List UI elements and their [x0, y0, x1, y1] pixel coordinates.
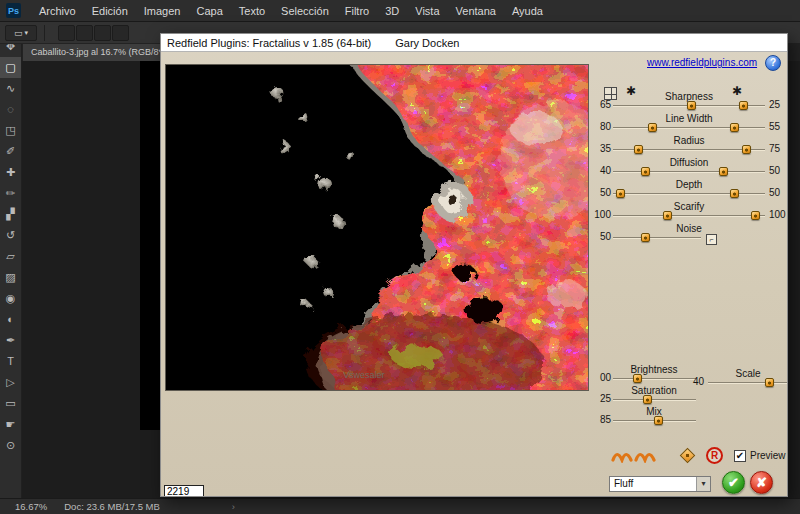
wave-style-button-1[interactable] — [611, 448, 633, 463]
ok-button[interactable]: ✔ — [722, 471, 745, 494]
tool-shape[interactable]: ▭ — [0, 393, 21, 414]
tool-crop[interactable]: ◳ — [0, 120, 21, 141]
preview-checkbox[interactable]: ✔ — [734, 450, 746, 462]
slider-thumb[interactable] — [641, 167, 650, 176]
slider-thumb[interactable] — [633, 374, 642, 383]
selection-mode-intersect-button[interactable] — [112, 25, 129, 41]
menu-ventana[interactable]: Ventana — [448, 0, 504, 22]
tool-eyedropper[interactable]: ✐ — [0, 141, 21, 162]
preset-dropdown[interactable]: Fluff ▾ — [609, 476, 711, 492]
selection-mode-subtract-button[interactable] — [94, 25, 111, 41]
chevron-down-icon: ▾ — [25, 29, 29, 37]
chevron-down-icon: ▾ — [696, 477, 710, 491]
tool-eraser[interactable]: ▱ — [0, 246, 21, 267]
eye-feature — [433, 181, 473, 221]
redfield-link[interactable]: www.redfieldplugins.com — [647, 57, 757, 68]
slider-track[interactable] — [613, 237, 701, 239]
slider-left-value: 40 — [587, 165, 611, 176]
slider-track[interactable] — [613, 193, 765, 195]
slider-track[interactable] — [613, 420, 696, 422]
slider-thumb[interactable] — [634, 145, 643, 154]
slider-thumb[interactable] — [687, 101, 696, 110]
slider-thumb[interactable] — [643, 395, 652, 404]
preview-checkbox-label: Preview — [750, 450, 786, 461]
diamond-style-button[interactable] — [680, 448, 696, 464]
slider-track[interactable] — [613, 215, 765, 217]
zoom-level[interactable]: 16.67% — [15, 501, 47, 512]
divider — [44, 25, 45, 41]
wave-style-button-2[interactable] — [634, 448, 656, 463]
menu-filtro[interactable]: Filtro — [337, 0, 377, 22]
slider-left-value: 65 — [587, 99, 611, 110]
slider-thumb[interactable] — [739, 101, 748, 110]
menu-capa[interactable]: Capa — [188, 0, 230, 22]
redfield-logo-icon[interactable]: R — [706, 447, 723, 464]
tool-history-brush[interactable]: ↺ — [0, 225, 21, 246]
tool-quick-selection[interactable]: ◌ — [0, 99, 21, 120]
slider-left-value: 35 — [587, 143, 611, 154]
slider-thumb[interactable] — [616, 189, 625, 198]
preview-pane[interactable]: Vswesaler — [165, 64, 589, 391]
document-tab[interactable]: Caballito-3.jpg al 16.7% (RGB/8*) — [23, 44, 174, 61]
tool-gradient[interactable]: ▨ — [0, 267, 21, 288]
slider-thumb[interactable] — [765, 378, 774, 387]
slider-label: Noise — [676, 223, 702, 234]
selection-mode-add-button[interactable] — [76, 25, 93, 41]
status-chevron-icon[interactable]: › — [232, 501, 235, 512]
menu-edicion[interactable]: Edición — [84, 0, 136, 22]
slider-thumb[interactable] — [648, 123, 657, 132]
menu-texto[interactable]: Texto — [231, 0, 273, 22]
menu-archivo[interactable]: Archivo — [31, 0, 84, 22]
tool-marquee[interactable]: ▢ — [0, 57, 21, 78]
slider-thumb[interactable] — [654, 416, 663, 425]
tool-dodge[interactable]: ◐ — [0, 309, 21, 330]
slider-thumb[interactable] — [730, 123, 739, 132]
tool-clone-stamp[interactable]: ▞ — [0, 204, 21, 225]
menu-3d[interactable]: 3D — [377, 0, 407, 22]
slider-track[interactable] — [613, 399, 696, 401]
tool-blur[interactable]: ◉ — [0, 288, 21, 309]
noise-option-button[interactable]: ⌐ — [706, 234, 717, 245]
slider-thumb[interactable] — [719, 167, 728, 176]
slider-thumb[interactable] — [730, 189, 739, 198]
slider-label: Diffusion — [670, 157, 709, 168]
slider-row-saturation: Saturation 25 — [589, 385, 719, 406]
menu-imagen[interactable]: Imagen — [136, 0, 189, 22]
slider-left-value: 80 — [587, 121, 611, 132]
menu-vista[interactable]: Vista — [407, 0, 447, 22]
tool-bar: » ✥ ▢ ∿ ◌ ◳ ✐ ✚ ✏ ▞ ↺ ▱ ▨ ◉ ◐ ✒ T ▷ ▭ ☛ … — [0, 22, 22, 498]
menu-ayuda[interactable]: Ayuda — [504, 0, 551, 22]
slider-thumb[interactable] — [742, 145, 751, 154]
slider-value: 25 — [587, 393, 611, 404]
slider-thumb[interactable] — [751, 211, 760, 220]
slider-track[interactable] — [613, 127, 765, 129]
tool-type[interactable]: T — [0, 351, 21, 372]
tool-healing-brush[interactable]: ✚ — [0, 162, 21, 183]
slider-row-noise: Noise 50 ⌐ — [589, 223, 788, 245]
selection-mode-new-button[interactable] — [58, 25, 75, 41]
fractal-preview-image: Vswesaler — [166, 65, 588, 390]
menu-seleccion[interactable]: Selección — [273, 0, 337, 22]
tool-lasso[interactable]: ∿ — [0, 78, 21, 99]
slider-row-scale: Scale 40 — [706, 368, 788, 392]
value-input[interactable] — [164, 485, 204, 497]
tool-brush[interactable]: ✏ — [0, 183, 21, 204]
slider-thumb[interactable] — [663, 211, 672, 220]
tool-pen[interactable]: ✒ — [0, 330, 21, 351]
slider-thumb[interactable] — [641, 233, 650, 242]
status-bar: 16.67% Doc: 23.6 MB/17.5 MB › — [0, 498, 800, 514]
help-button[interactable]: ? — [765, 55, 781, 71]
tool-hand[interactable]: ☛ — [0, 414, 21, 435]
tool-path-selection[interactable]: ▷ — [0, 372, 21, 393]
slider-label: Line Width — [665, 113, 712, 124]
tool-preset-button[interactable]: ▭ ▾ — [5, 25, 37, 41]
slider-track[interactable] — [708, 382, 788, 384]
slider-panel: Sharpness 65 25 Line Width 80 55 Radius — [589, 91, 788, 245]
cancel-button[interactable]: ✘ — [750, 471, 773, 494]
slider-track[interactable] — [613, 171, 765, 173]
tool-zoom[interactable]: ⊙ — [0, 435, 21, 456]
slider-track[interactable] — [613, 149, 765, 151]
doc-size-info: Doc: 23.6 MB/17.5 MB — [64, 501, 160, 512]
dialog-title-bar[interactable]: Redfield Plugins: Fractalius v 1.85 (64-… — [161, 34, 787, 52]
slider-track[interactable] — [613, 105, 765, 107]
